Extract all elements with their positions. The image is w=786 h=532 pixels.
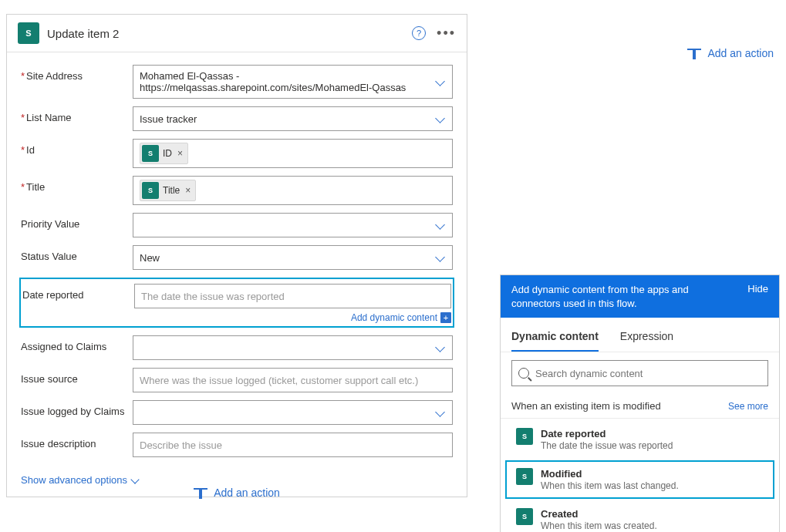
chevron-down-icon[interactable] <box>435 221 446 229</box>
label-issue-description: Issue description <box>21 433 133 450</box>
item-title: Modified <box>541 468 764 480</box>
status-value: New <box>140 252 160 264</box>
dynamic-item-modified[interactable]: S Modified When this item was last chang… <box>505 460 774 499</box>
plus-icon: + <box>440 312 451 323</box>
item-subtitle: When this item was created. <box>541 520 764 531</box>
section-title: When an existing item is modified <box>511 400 661 412</box>
dynamic-content-banner: Add dynamic content from the apps and co… <box>501 275 779 318</box>
label-status: Status Value <box>21 245 133 262</box>
list-name-value: Issue tracker <box>140 113 197 125</box>
add-action-right[interactable]: Add an action <box>687 46 774 60</box>
help-icon[interactable]: ? <box>412 26 426 40</box>
label-priority: Priority Value <box>21 213 133 230</box>
dynamic-item-date-reported[interactable]: S Date reported The date the issue was r… <box>505 420 774 459</box>
sharepoint-icon: S <box>516 428 533 445</box>
assigned-to-select[interactable] <box>133 335 453 360</box>
title-input[interactable]: S Title × <box>133 176 453 205</box>
dynamic-content-search[interactable] <box>511 360 768 386</box>
search-icon <box>518 368 529 379</box>
id-token[interactable]: S ID × <box>140 143 188 164</box>
add-action-bottom: Add an action <box>6 486 467 502</box>
site-address-line2: https://melqassas.sharepoint.com/sites/M… <box>140 82 429 93</box>
label-assigned-to: Assigned to Claims <box>21 335 133 352</box>
issue-logged-by-select[interactable] <box>133 400 453 425</box>
issue-source-input[interactable]: Where was the issue logged (ticket, cust… <box>133 368 453 392</box>
title-token-label: Title <box>163 185 180 196</box>
show-advanced-options-link[interactable]: Show advanced options <box>21 474 138 486</box>
chevron-down-icon[interactable] <box>435 344 446 352</box>
label-issue-logged-by: Issue logged by Claims <box>21 400 133 417</box>
site-address-select[interactable]: Mohamed El-Qassas - https://melqassas.sh… <box>133 65 453 99</box>
item-subtitle: When this item was last changed. <box>541 480 764 491</box>
priority-select[interactable] <box>133 213 453 237</box>
chevron-down-icon[interactable] <box>435 409 446 416</box>
remove-token-icon[interactable]: × <box>177 148 183 159</box>
card-title: Update item 2 <box>47 27 412 40</box>
date-reported-highlight: Date reported The date the issue was rep… <box>19 278 454 328</box>
see-more-link[interactable]: See more <box>728 401 768 412</box>
card-header: S Update item 2 ? ••• <box>7 15 467 52</box>
title-token[interactable]: S Title × <box>140 180 196 201</box>
card-body: *Site Address Mohamed El-Qassas - https:… <box>7 52 467 497</box>
tab-dynamic-content[interactable]: Dynamic content <box>511 324 599 352</box>
sharepoint-icon: S <box>18 22 39 44</box>
chevron-down-icon[interactable] <box>435 78 446 86</box>
chevron-down-icon <box>130 475 139 483</box>
list-name-select[interactable]: Issue tracker <box>133 106 453 131</box>
date-reported-placeholder: The date the issue was reported <box>141 291 285 302</box>
label-list-name: *List Name <box>21 106 133 123</box>
issue-source-placeholder: Where was the issue logged (ticket, cust… <box>140 375 418 386</box>
update-item-card: S Update item 2 ? ••• *Site Address Moha… <box>6 14 467 497</box>
tab-expression[interactable]: Expression <box>620 324 673 352</box>
hide-panel-link[interactable]: Hide <box>747 283 768 295</box>
issue-description-placeholder: Describe the issue <box>140 439 222 451</box>
sharepoint-icon: S <box>516 468 533 485</box>
label-date-reported: Date reported <box>22 284 134 301</box>
id-input[interactable]: S ID × <box>133 139 453 168</box>
sharepoint-icon: S <box>142 182 159 199</box>
label-title: *Title <box>21 176 133 193</box>
status-select[interactable]: New <box>133 245 453 270</box>
sharepoint-icon: S <box>142 145 159 162</box>
issue-description-input[interactable]: Describe the issue <box>133 433 453 457</box>
dynamic-item-created[interactable]: S Created When this item was created. <box>505 500 774 532</box>
search-input[interactable] <box>535 368 761 379</box>
id-token-label: ID <box>163 148 172 159</box>
add-action-button[interactable]: Add an action <box>194 486 280 500</box>
label-site-address: *Site Address <box>21 65 133 82</box>
remove-token-icon[interactable]: × <box>185 185 191 196</box>
more-menu-icon[interactable]: ••• <box>437 26 456 40</box>
add-action-icon <box>194 486 207 500</box>
dynamic-content-section-header: When an existing item is modified See mo… <box>501 394 779 419</box>
item-subtitle: The date the issue was reported <box>541 440 764 451</box>
chevron-down-icon[interactable] <box>435 115 446 123</box>
chevron-down-icon[interactable] <box>435 254 446 261</box>
add-action-icon <box>687 46 701 60</box>
label-id: *Id <box>21 139 133 156</box>
sharepoint-icon: S <box>516 508 533 525</box>
dynamic-content-tabs: Dynamic content Expression <box>501 318 779 352</box>
label-issue-source: Issue source <box>21 368 133 385</box>
add-dynamic-content-link[interactable]: Add dynamic content + <box>351 312 451 323</box>
item-title: Created <box>541 508 764 520</box>
item-title: Date reported <box>541 428 764 439</box>
date-reported-input[interactable]: The date the issue was reported <box>134 284 451 308</box>
dynamic-content-panel: Add dynamic content from the apps and co… <box>500 274 780 532</box>
site-address-line1: Mohamed El-Qassas - <box>140 70 429 82</box>
banner-text: Add dynamic content from the apps and co… <box>511 283 724 310</box>
